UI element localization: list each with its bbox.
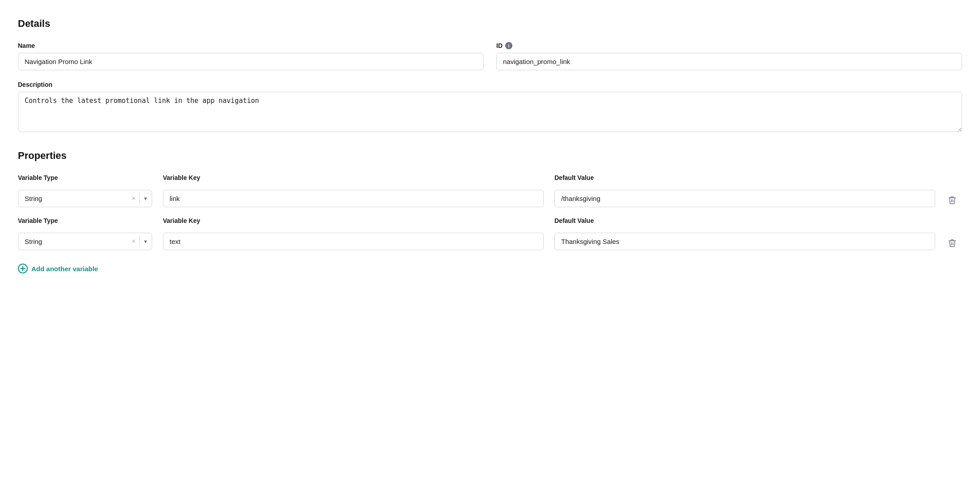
var-key-input-2[interactable]	[163, 233, 544, 250]
var-key-label-2: Variable Key	[163, 217, 544, 224]
name-id-row: Name ID i	[18, 42, 962, 70]
var-type-select-2[interactable]: String × ▾	[18, 233, 152, 250]
name-field-group: Name	[18, 42, 484, 70]
var-key-col-2	[163, 233, 544, 250]
variable-fields-2: String × ▾	[18, 231, 962, 251]
var-delete-col-2	[946, 231, 962, 251]
var-default-label-1: Default Value	[554, 174, 935, 181]
variable-headers-1: Variable Type Variable Key Default Value	[18, 174, 962, 185]
var-default-input-2[interactable]	[554, 233, 935, 250]
var-default-col-1	[554, 190, 935, 207]
trash-icon-2	[948, 239, 957, 248]
properties-section: Properties Variable Type Variable Key De…	[18, 150, 962, 277]
var-default-input-1[interactable]	[554, 190, 935, 207]
description-input[interactable]: Controls the latest promotional link in …	[18, 92, 962, 132]
name-label: Name	[18, 42, 484, 49]
name-input[interactable]	[18, 53, 484, 70]
add-variable-label: Add another variable	[31, 265, 98, 273]
var-default-col-2	[554, 233, 935, 250]
var-delete-btn-2[interactable]	[946, 235, 959, 251]
var-delete-btn-1[interactable]	[946, 192, 959, 208]
var-type-arrow-2[interactable]: ▾	[140, 238, 152, 245]
details-title: Details	[18, 18, 962, 30]
id-info-icon[interactable]: i	[505, 42, 512, 49]
var-type-col-1: String × ▾	[18, 190, 152, 207]
add-plus-icon	[18, 264, 28, 273]
var-default-label-2: Default Value	[554, 217, 935, 224]
variable-fields-1: String × ▾	[18, 188, 962, 208]
properties-title: Properties	[18, 150, 962, 162]
var-type-label-2: Variable Type	[18, 217, 152, 224]
var-type-label-1: Variable Type	[18, 174, 152, 181]
var-type-arrow-1[interactable]: ▾	[140, 195, 152, 202]
var-type-value-2: String	[18, 233, 128, 250]
id-field-group: ID i	[496, 42, 962, 70]
var-type-value-1: String	[18, 190, 128, 207]
var-key-col-1	[163, 190, 544, 207]
trash-icon-1	[948, 196, 957, 205]
var-type-clear-1[interactable]: ×	[128, 195, 139, 202]
description-field-group: Description Controls the latest promotio…	[18, 81, 962, 132]
id-input[interactable]	[496, 53, 962, 70]
variable-headers-2: Variable Type Variable Key Default Value	[18, 217, 962, 228]
id-label: ID i	[496, 42, 962, 49]
var-delete-col-1	[946, 188, 962, 208]
details-section: Details Name ID i Description Controls t…	[18, 18, 962, 132]
variable-block-1: Variable Type Variable Key Default Value…	[18, 174, 962, 208]
description-label: Description	[18, 81, 962, 88]
variable-block-2: Variable Type Variable Key Default Value…	[18, 217, 962, 251]
var-key-input-1[interactable]	[163, 190, 544, 207]
add-variable-button[interactable]: Add another variable	[18, 260, 98, 277]
var-type-col-2: String × ▾	[18, 233, 152, 250]
var-type-select-1[interactable]: String × ▾	[18, 190, 152, 207]
var-type-clear-2[interactable]: ×	[128, 238, 139, 245]
var-key-label-1: Variable Key	[163, 174, 544, 181]
